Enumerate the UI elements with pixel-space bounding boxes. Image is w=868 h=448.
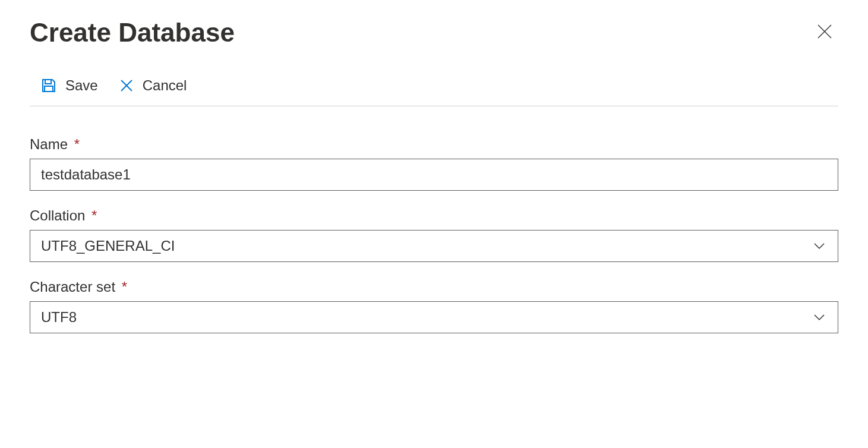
name-required-indicator: * [74,136,80,152]
svg-rect-3 [45,86,53,92]
collation-label-text: Collation [30,207,85,223]
save-button[interactable]: Save [40,77,98,94]
toolbar: Save Cancel [30,77,838,106]
name-label-text: Name [30,136,68,152]
charset-required-indicator: * [122,279,127,295]
name-input[interactable] [30,159,838,191]
charset-label-text: Character set [30,279,115,295]
close-icon [816,23,834,40]
cancel-button[interactable]: Cancel [119,77,187,94]
cancel-button-label: Cancel [143,77,187,94]
close-button[interactable] [811,18,838,45]
page-title: Create Database [30,18,235,48]
charset-select[interactable]: UTF8 [30,301,838,333]
save-button-label: Save [65,77,98,94]
collation-label: Collation * [30,207,838,224]
charset-label: Character set * [30,279,838,295]
collation-required-indicator: * [91,207,97,223]
collation-select[interactable]: UTF8_GENERAL_CI [30,230,838,262]
name-label: Name * [30,136,838,153]
svg-rect-2 [45,80,51,84]
cancel-icon [119,78,134,93]
save-icon [40,77,57,94]
